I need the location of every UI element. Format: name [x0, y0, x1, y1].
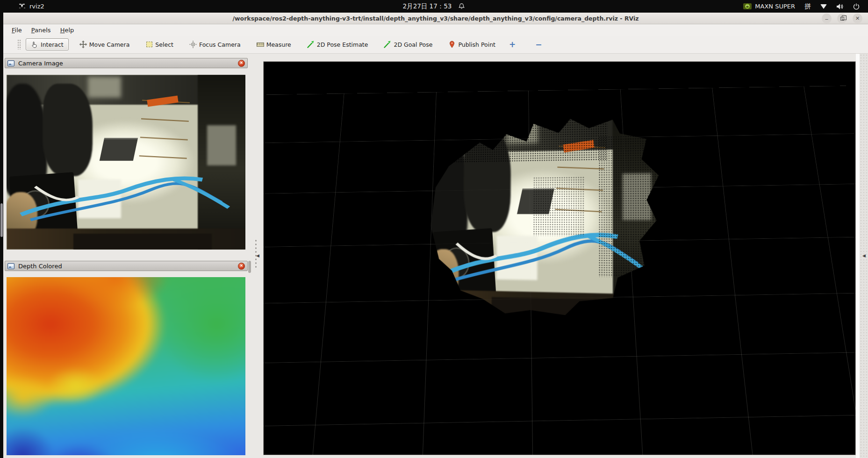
camera-image-content: [7, 75, 245, 250]
tool-2d-pose-estimate-label: 2D Pose Estimate: [317, 41, 368, 48]
menu-bar: File Panels Help: [3, 24, 868, 36]
select-box-icon: [145, 41, 153, 48]
panel-close-icon: ✕: [240, 61, 243, 65]
image-panel-icon: [7, 60, 14, 66]
viewport-right-gap: [856, 54, 860, 458]
tool-2d-pose-estimate[interactable]: 2D Pose Estimate: [302, 38, 373, 50]
camera-image-panel-title: Camera Image: [18, 60, 63, 67]
tool-focus-camera[interactable]: Focus Camera: [184, 38, 246, 50]
move-camera-icon: [79, 41, 87, 48]
depth-colored-panel-title: Depth Colored: [18, 263, 62, 270]
minimize-icon: –: [825, 16, 828, 21]
pose-estimate-arrow-icon: [307, 41, 315, 48]
menu-panels[interactable]: Panels: [27, 26, 56, 35]
depth-colored-view: [7, 277, 245, 455]
depth-colored-panel-close-button[interactable]: ✕: [238, 263, 245, 270]
measure-ruler-icon: [257, 41, 264, 48]
tool-2d-goal-pose[interactable]: 2D Goal Pose: [379, 38, 438, 50]
zoom-out-button[interactable]: −: [532, 40, 545, 49]
restore-icon: [840, 17, 844, 21]
interact-hand-icon: [31, 41, 38, 48]
tool-2d-goal-pose-label: 2D Goal Pose: [394, 41, 432, 48]
depth-colormap-image: [7, 277, 245, 455]
active-app-indicator[interactable]: rviz2: [19, 3, 44, 10]
menu-file[interactable]: File: [7, 26, 27, 35]
tool-bar: Interact Move Camera Select Focus Camera…: [3, 36, 868, 54]
main-content: Camera Image ✕: [3, 54, 868, 458]
camera-image-view: [7, 75, 245, 250]
tool-interact-label: Interact: [41, 41, 64, 48]
tool-publish-point-label: Publish Point: [458, 41, 495, 48]
panel-close-icon: ✕: [240, 264, 243, 268]
publish-point-pin-icon: [448, 41, 456, 48]
tool-move-camera-label: Move Camera: [89, 41, 130, 48]
expand-left-arrow-icon[interactable]: ◀: [862, 254, 866, 258]
close-icon: ✕: [855, 15, 860, 21]
toolbar-grip-handle[interactable]: [17, 39, 21, 50]
clock-widget[interactable]: 2月27日 17：53: [403, 2, 466, 11]
office-scene: [7, 75, 245, 250]
tool-interact[interactable]: Interact: [26, 38, 69, 50]
minimize-button[interactable]: –: [822, 14, 832, 23]
restore-button[interactable]: [837, 14, 847, 23]
tool-publish-point[interactable]: Publish Point: [443, 38, 501, 50]
desktop-top-bar: rviz2 2月27日 17：53 MAXN SUPER 拼: [0, 0, 868, 13]
rviz-icon: [19, 4, 26, 9]
focus-crosshair-icon: [189, 41, 197, 48]
desktop-edge-scrollbar[interactable]: [0, 203, 3, 237]
collapse-left-arrow-icon[interactable]: ◀: [256, 254, 259, 258]
window-controls: – ✕: [822, 14, 862, 23]
3d-viewport[interactable]: [263, 61, 856, 455]
gpu-mode-indicator[interactable]: MAXN SUPER: [743, 3, 795, 10]
volume-icon[interactable]: [836, 3, 844, 10]
tool-select[interactable]: Select: [140, 38, 179, 50]
app-name: rviz2: [29, 3, 44, 10]
scene-blue-cables: [7, 75, 245, 250]
power-icon[interactable]: [853, 3, 860, 10]
system-tray: MAXN SUPER 拼: [743, 2, 860, 11]
tool-measure[interactable]: Measure: [251, 38, 296, 50]
goal-pose-arrow-icon: [384, 41, 391, 48]
rviz-window: /workspace/ros2-depth-anything-v3-trt/in…: [3, 13, 868, 458]
dock-splitter[interactable]: ◀: [248, 54, 263, 458]
splitter-scrollbar-thumb[interactable]: [248, 261, 251, 273]
ground-grid-overlay: [263, 86, 856, 455]
camera-image-panel-close-button[interactable]: ✕: [238, 60, 245, 67]
input-method-indicator[interactable]: 拼: [804, 2, 811, 11]
wifi-icon[interactable]: [820, 4, 827, 9]
window-titlebar[interactable]: /workspace/ros2-depth-anything-v3-trt/in…: [3, 13, 868, 24]
datetime-text: 2月27日 17：53: [403, 2, 452, 11]
bell-icon: [458, 3, 465, 10]
tool-focus-camera-label: Focus Camera: [199, 41, 241, 48]
close-button[interactable]: ✕: [853, 14, 862, 23]
nvidia-icon: [743, 3, 752, 9]
left-panel-dock: Camera Image ✕: [3, 54, 248, 458]
camera-image-panel-header[interactable]: Camera Image ✕: [5, 58, 248, 68]
gpu-mode-text: MAXN SUPER: [755, 3, 795, 10]
zoom-in-button[interactable]: +: [506, 40, 518, 49]
collapsed-right-panel[interactable]: ◀: [860, 54, 868, 458]
depth-colored-panel-header[interactable]: Depth Colored ✕: [5, 261, 248, 271]
tool-move-camera[interactable]: Move Camera: [74, 38, 135, 50]
menu-help[interactable]: Help: [56, 26, 79, 35]
tool-select-label: Select: [155, 41, 173, 48]
tool-measure-label: Measure: [266, 41, 291, 48]
image-panel-icon: [7, 263, 14, 269]
window-title: /workspace/ros2-depth-anything-v3-trt/in…: [232, 15, 638, 22]
